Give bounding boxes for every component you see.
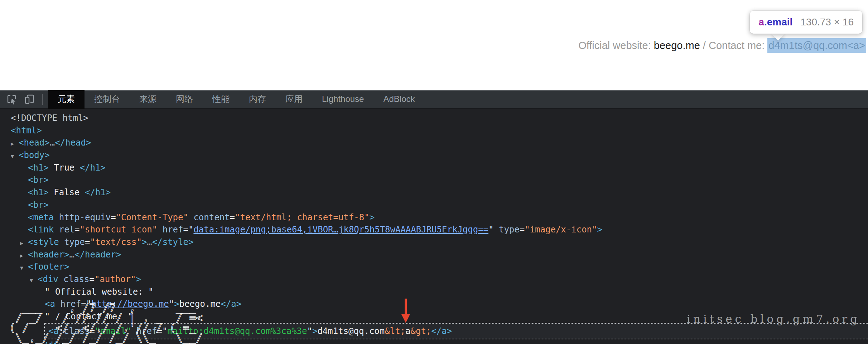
dom-tree-row[interactable]: ▶<head>…</head> [0,137,868,149]
expand-arrow-icon[interactable]: ▼ [30,274,38,287]
code-token: False [49,187,85,197]
code-token: > [136,274,141,284]
dom-tree-row[interactable]: <br> [0,174,868,186]
code-token: " / Contact me: " [45,311,133,321]
code-token: "shortcut icon" [80,225,158,235]
code-token: beego.me [179,299,221,309]
dom-tree-row[interactable]: ▼<body> [0,149,868,162]
inspect-tooltip: a.email 130.73 × 16 [750,11,862,34]
tab-elements[interactable]: 元素 [48,90,85,109]
dom-tree-row[interactable]: <html> [0,124,868,137]
dom-tree-row[interactable]: ▶<style type="text/css">…</style> [0,236,868,249]
code-token: "email" [95,326,131,336]
inspect-element-icon[interactable] [6,93,18,105]
official-website-label: Official website: [578,40,654,51]
dom-tree-row[interactable]: ▶<header>…</header> [0,249,868,261]
red-arrow-annotation [400,298,412,324]
code-token: " [169,299,174,309]
dom-tree-row[interactable]: <h1> False </h1> [0,186,868,199]
dom-tree-row[interactable]: <meta http-equiv="Content-Type" content=… [0,211,868,224]
code-token: <br> [28,175,49,185]
code-token: = [74,225,79,235]
code-token: class [63,274,89,284]
beego-link[interactable]: beego.me [654,40,700,51]
tab-lighthouse[interactable]: Lighthouse [312,90,373,109]
code-token: href [163,225,183,235]
code-token: =" [81,299,91,309]
code-token: </h1> [85,187,111,197]
code-token: <body> [19,150,50,160]
code-token: </h1> [80,163,106,173]
code-token: … [147,237,152,247]
code-token: > [174,299,179,309]
code-token: " Official website: " [45,287,153,297]
code-token: http://beego.me [91,299,169,309]
expand-arrow-icon[interactable]: ▼ [11,150,19,163]
code-token: href [136,326,157,336]
dom-tree-row[interactable]: <h1> True </h1> [0,162,868,174]
code-token: </div> [38,340,69,344]
code-token: = [520,225,525,235]
code-token: href [60,299,81,309]
code-token: &gt; [411,326,431,336]
tab-adblock[interactable]: AdBlock [373,90,424,109]
code-token: = [90,274,95,284]
code-token: <meta [28,212,54,222]
tab-application[interactable]: 应用 [276,90,312,109]
code-token: = [230,212,235,222]
code-token: <h1> [28,187,49,197]
tab-bar: 元素控制台来源网络性能内存应用LighthouseAdBlock [48,90,424,109]
rendered-page: Official website: beego.me / Contact me:… [0,0,868,90]
code-token: <footer> [28,262,69,272]
email-element-highlight[interactable]: d4m1ts@qq.com<a> [767,38,866,53]
code-token: "text/css" [90,237,142,247]
code-token: "image/x-icon" [525,225,597,235]
dom-tree-row[interactable]: ▼<footer> [0,261,868,273]
dom-tree-row[interactable]: </div> [0,339,868,344]
code-token [55,299,60,309]
code-token: <html> [11,126,42,136]
code-token: … [69,250,74,260]
tab-sources[interactable]: 来源 [130,90,166,109]
code-token: </head> [55,138,91,148]
code-token: <div [38,274,58,284]
code-token: <style [28,237,59,247]
device-toolbar-icon[interactable] [24,93,36,105]
code-token: a [405,326,410,336]
code-token: </a> [221,299,241,309]
code-token: http-equiv [59,212,111,222]
expand-arrow-icon[interactable]: ▼ [20,262,28,274]
expand-arrow-icon[interactable]: ▶ [11,138,19,150]
code-token: "Content-Type" [116,212,188,222]
code-token: = [90,326,95,336]
code-token: </a> [431,326,452,336]
dom-tree-row[interactable]: <a href="http://beego.me">beego.me</a> [0,298,868,310]
tab-console[interactable]: 控制台 [85,90,130,109]
code-token: > [142,237,147,247]
code-token: <br> [28,200,49,210]
tab-performance[interactable]: 性能 [203,90,239,109]
code-token: "text/html; charset=utf-8" [235,212,370,222]
code-token: rel [59,225,74,235]
dom-tree-row[interactable]: " Official website: " [0,286,868,298]
expand-arrow-icon[interactable]: ▶ [20,237,28,250]
dom-tree-row[interactable]: ▼<div class="author"> [0,273,868,286]
code-token: <header> [28,250,69,260]
expand-arrow-icon[interactable]: ▶ [20,250,28,262]
code-token: = [85,237,90,247]
dom-tree-row-selected[interactable]: <a class="email" href="mailto:d4m1ts@qq.… [44,323,868,339]
author-footer-line: Official website: beego.me / Contact me:… [578,38,866,53]
dom-tree: <!DOCTYPE html><html>▶<head>…</head>▼<bo… [0,109,868,344]
code-token: = [111,212,116,222]
tooltip-selector-class: .email [764,16,792,28]
tab-memory[interactable]: 内存 [239,90,276,109]
code-token: content [193,212,230,222]
code-token [157,225,162,235]
dom-tree-row[interactable]: <link rel="shortcut icon" href="data:ima… [0,223,868,236]
dom-tree-row[interactable]: " / Contact me: " [0,310,868,323]
code-token: =" [183,225,194,235]
dom-tree-row[interactable]: <!DOCTYPE html> [0,112,868,124]
code-token: <h1> [28,163,49,173]
tab-network[interactable]: 网络 [166,90,203,109]
dom-tree-row[interactable]: <br> [0,199,868,211]
